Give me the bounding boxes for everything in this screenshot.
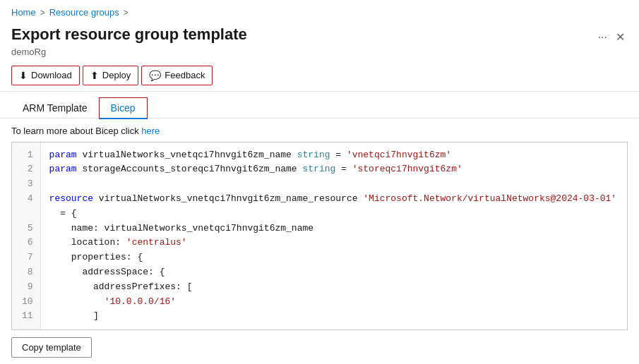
- download-icon: ⬇: [19, 70, 28, 81]
- code-scroll[interactable]: 1 2 3 4 5 6 7 8 9 10 11 param virtualNet…: [12, 142, 627, 330]
- download-label: Download: [31, 70, 72, 80]
- copy-template-button[interactable]: Copy template: [11, 337, 92, 358]
- deploy-label: Deploy: [102, 70, 131, 80]
- page-subtitle: demoRg: [11, 47, 247, 57]
- breadcrumb-sep2: >: [124, 8, 129, 18]
- download-button[interactable]: ⬇ Download: [11, 66, 80, 85]
- tab-bicep[interactable]: Bicep: [99, 97, 148, 119]
- bottom-bar: Copy template: [0, 330, 639, 364]
- breadcrumb: Home > Resource groups >: [0, 0, 639, 22]
- code-content: param virtualNetworks_vnetqci7hnvgit6zm_…: [41, 142, 627, 330]
- page-header: Export resource group template demoRg ··…: [0, 22, 639, 60]
- page-title: Export resource group template: [11, 25, 247, 45]
- close-icon: ✕: [616, 31, 625, 43]
- close-button[interactable]: ✕: [613, 28, 628, 47]
- deploy-button[interactable]: ⬆ Deploy: [83, 66, 138, 85]
- breadcrumb-home[interactable]: Home: [11, 7, 36, 18]
- toolbar: ⬇ Download ⬆ Deploy 💬 Feedback: [0, 60, 639, 92]
- tabs-bar: ARM Template Bicep: [0, 92, 639, 119]
- info-bar: To learn more about Bicep click here: [0, 119, 639, 142]
- breadcrumb-sep1: >: [40, 8, 45, 18]
- more-options-button[interactable]: ···: [595, 28, 610, 47]
- info-text: To learn more about Bicep click: [11, 126, 139, 136]
- line-numbers: 1 2 3 4 5 6 7 8 9 10 11: [12, 142, 41, 330]
- tab-arm-template[interactable]: ARM Template: [11, 98, 99, 118]
- breadcrumb-resource-groups[interactable]: Resource groups: [49, 7, 119, 18]
- info-link[interactable]: here: [141, 126, 160, 136]
- more-icon: ···: [598, 31, 607, 43]
- code-area: 1 2 3 4 5 6 7 8 9 10 11 param virtualNet…: [12, 142, 627, 330]
- feedback-label: Feedback: [165, 70, 205, 80]
- feedback-icon: 💬: [149, 70, 161, 81]
- deploy-icon: ⬆: [90, 70, 99, 81]
- code-container: 1 2 3 4 5 6 7 8 9 10 11 param virtualNet…: [11, 142, 628, 331]
- feedback-button[interactable]: 💬 Feedback: [141, 66, 213, 85]
